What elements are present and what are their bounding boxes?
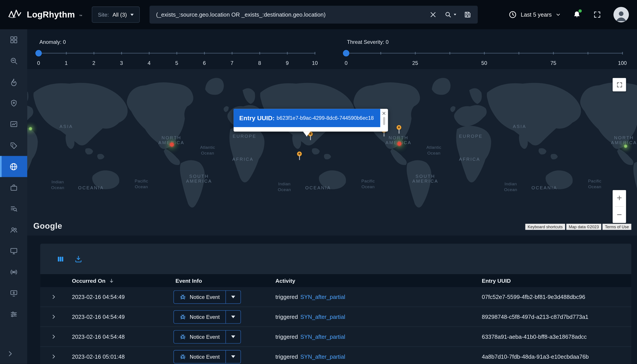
map-attribution: Keyboard shortcutsMap data ©2023Terms of… <box>525 224 631 230</box>
map-marker-pin-icon[interactable] <box>297 152 302 160</box>
fullscreen-icon <box>593 11 601 19</box>
map-attribution-item[interactable]: Map data ©2023 <box>566 224 601 230</box>
row-expand-button[interactable] <box>40 354 66 360</box>
anomaly-slider-track[interactable] <box>39 53 315 54</box>
slider-tick <box>315 52 315 54</box>
notice-event-label: Notice Event <box>190 334 220 340</box>
activity-prefix: triggered <box>276 314 298 320</box>
main-content: Anomaly: 0 012345678910 Threat Severity:… <box>27 29 637 364</box>
bug-icon <box>180 334 186 340</box>
slider-scale-label: 100 <box>618 60 627 66</box>
map-zoom-control: + − <box>613 190 626 223</box>
activity-link[interactable]: SYN_after_partial <box>300 314 345 320</box>
threat-severity-slider-handle[interactable] <box>343 50 349 56</box>
search-input[interactable] <box>156 11 422 18</box>
sidebar-item-settings[interactable] <box>0 304 27 325</box>
sidebar-item-security[interactable] <box>0 92 27 114</box>
activity-link[interactable]: SYN_after_partial <box>300 353 345 360</box>
sidebar-item-cases[interactable] <box>0 177 27 198</box>
slider-tick <box>553 52 554 54</box>
notice-event-button[interactable]: Notice Event <box>173 290 226 304</box>
sidebar-item-threats[interactable] <box>0 72 27 92</box>
map-marker-pin-icon[interactable] <box>396 125 401 134</box>
slider-tick <box>204 52 205 54</box>
activity-prefix: triggered <box>276 294 298 300</box>
slider-tick <box>588 52 588 54</box>
brand-logo[interactable]: LogRhythm ™ <box>8 8 92 21</box>
row-expand-button[interactable] <box>40 334 66 340</box>
anomaly-slider-handle[interactable] <box>36 50 42 56</box>
sidebar-item-alarms[interactable] <box>0 135 27 156</box>
sidebar-item-geo-map[interactable] <box>0 156 27 177</box>
chevron-down-icon <box>131 14 134 16</box>
info-window-scrollbar[interactable] <box>383 117 385 125</box>
sidebar-item-hosts[interactable] <box>0 240 27 262</box>
logrhythm-wave-icon <box>8 8 23 21</box>
map-marker-green-dot[interactable] <box>29 127 32 130</box>
notifications-button[interactable] <box>573 10 581 20</box>
clear-search-icon[interactable] <box>429 11 437 18</box>
activity-link[interactable]: SYN_after_partial <box>300 334 345 340</box>
column-header-occurred-on[interactable]: Occurred On <box>65 278 169 284</box>
header-actions: Last 5 years <box>508 7 629 22</box>
notice-event-dropdown-button[interactable] <box>225 350 241 363</box>
table-toolbar <box>40 244 631 274</box>
row-expand-button[interactable] <box>40 314 66 320</box>
bug-icon <box>180 314 186 320</box>
search-submit-button[interactable] <box>444 11 456 18</box>
user-avatar[interactable] <box>613 7 629 22</box>
map-marker-redglow-dot[interactable] <box>397 142 401 146</box>
slider-tick <box>121 52 122 54</box>
sidebar-item-users[interactable] <box>0 219 27 240</box>
column-header-entry-uuid[interactable]: Entry UUID <box>472 278 631 284</box>
threat-severity-slider-track[interactable] <box>346 53 622 54</box>
fullscreen-button[interactable] <box>593 11 601 19</box>
info-window-close-icon[interactable] <box>381 110 387 116</box>
time-range-selector[interactable]: Last 5 years <box>508 11 560 19</box>
zoom-in-button[interactable]: + <box>613 190 626 206</box>
notice-event-dropdown-button[interactable] <box>225 310 241 324</box>
sidebar-item-hunt[interactable] <box>0 50 27 71</box>
table-body: 2023-02-16 04:54:49Notice Eventtriggered… <box>40 287 631 364</box>
app-root: LogRhythm ™ Site: All (3) Last 5 <box>0 0 637 364</box>
briefcase-icon <box>10 184 18 192</box>
map[interactable]: Entry UUID: b623f1e7-b9ac-4299-8dc6-7445… <box>27 69 637 236</box>
notice-event-button[interactable]: Notice Event <box>173 310 226 324</box>
save-search-icon[interactable] <box>464 11 471 18</box>
sidebar-item-deployment[interactable] <box>0 283 27 304</box>
column-header-event-info[interactable]: Event Info <box>169 278 270 284</box>
sidebar-item-sensors[interactable] <box>0 262 27 282</box>
columns-icon <box>57 255 65 263</box>
notice-event-button[interactable]: Notice Event <box>173 350 226 363</box>
notice-event-dropdown-button[interactable] <box>225 290 241 304</box>
column-header-activity[interactable]: Activity <box>270 278 472 284</box>
sidebar-item-log-search[interactable] <box>0 198 27 219</box>
people-icon <box>10 226 18 234</box>
sidebar-item-analytics[interactable] <box>0 114 27 135</box>
sidebar-collapse-toggle[interactable] <box>0 344 27 364</box>
map-attribution-item[interactable]: Terms of Use <box>602 224 631 230</box>
notice-event-button[interactable]: Notice Event <box>173 330 226 344</box>
activity-link[interactable]: SYN_after_partial <box>300 294 345 300</box>
sidebar-item-dashboard[interactable] <box>0 29 27 50</box>
map-marker-green-dot[interactable] <box>624 144 627 148</box>
column-settings-button[interactable] <box>57 255 65 263</box>
entry-uuid-cell: 4a8b7d10-7fdb-48da-91a3-e10ecbdaa76b <box>472 353 631 360</box>
export-button[interactable] <box>75 255 83 263</box>
notification-badge <box>578 9 582 12</box>
site-selector[interactable]: Site: All (3) <box>92 6 140 22</box>
clock-icon <box>508 11 517 19</box>
map-attribution-item[interactable]: Keyboard shortcuts <box>525 224 565 230</box>
anomaly-slider-scale: 012345678910 <box>39 60 315 66</box>
slider-scale-label: 10 <box>312 60 318 66</box>
map-fullscreen-button[interactable] <box>613 78 626 92</box>
zoom-out-button[interactable]: − <box>613 207 626 223</box>
map-marker-redglow-dot[interactable] <box>170 142 174 146</box>
monitor-icon <box>10 247 18 255</box>
notice-event-dropdown-button[interactable] <box>225 330 241 344</box>
slider-scale-label: 4 <box>148 60 151 66</box>
slider-tick <box>149 52 150 54</box>
shield-icon <box>10 99 18 108</box>
row-expand-button[interactable] <box>40 294 66 300</box>
occurred-on-cell: 2023-02-16 05:01:48 <box>65 353 169 360</box>
